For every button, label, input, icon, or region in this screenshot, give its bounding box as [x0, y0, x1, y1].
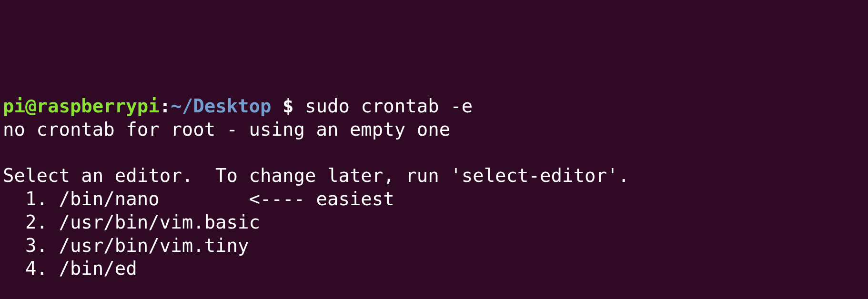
editor-option-2: 2. /usr/bin/vim.basic — [3, 211, 260, 233]
editor-option-1: 1. /bin/nano <---- easiest — [3, 188, 394, 209]
colon: : — [160, 95, 171, 117]
editor-option-4: 4. /bin/ed — [3, 258, 137, 279]
prompt-symbol: $ — [272, 95, 305, 117]
command-text: sudo crontab -e — [305, 95, 473, 117]
terminal-screen[interactable]: pi@raspberrypi:~/Desktop $ sudo crontab … — [3, 95, 865, 299]
select-editor-header: Select an editor. To change later, run '… — [3, 165, 629, 186]
editor-option-3: 3. /usr/bin/vim.tiny — [3, 235, 249, 256]
prompt-line: pi@raspberrypi:~/Desktop $ sudo crontab … — [3, 95, 473, 117]
cwd-path: ~/Desktop — [171, 95, 271, 117]
user-host: pi@raspberrypi — [3, 95, 160, 117]
output-line: no crontab for root - using an empty one — [3, 119, 450, 140]
